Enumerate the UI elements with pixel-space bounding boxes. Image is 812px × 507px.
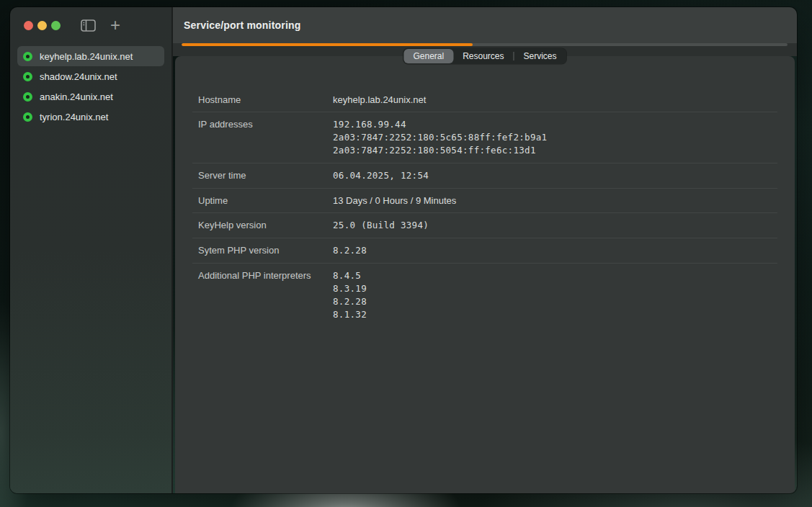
- content-header: Service/port monitoring: [173, 7, 797, 43]
- progress-fill: [182, 43, 473, 46]
- row-uptime: Uptime 13 Days / 0 Hours / 9 Minutes: [192, 189, 777, 213]
- server-label: shadow.24unix.net: [40, 71, 117, 82]
- sidebar-item-anakin[interactable]: anakin.24unix.net: [17, 86, 164, 107]
- status-dot: [23, 92, 32, 102]
- row-label: KeyHelp version: [198, 219, 333, 232]
- sidebar: + keyhelp.lab.24unix.net shadow.24unix.n…: [10, 7, 173, 493]
- row-label: Uptime: [198, 194, 333, 207]
- info-table: Hostname keyhelp.lab.24unix.net IP addre…: [175, 56, 795, 327]
- row-value: 192.168.99.44 2a03:7847:2252:180:5c65:88…: [333, 118, 547, 157]
- sidebar-item-tyrion[interactable]: tyrion.24unix.net: [17, 107, 164, 127]
- row-server-time: Server time 06.04.2025, 12:54: [192, 163, 777, 189]
- close-traffic-light[interactable]: [24, 21, 33, 30]
- row-system-php-version: Sytem PHP version 8.2.28: [192, 238, 777, 264]
- zoom-traffic-light[interactable]: [51, 21, 61, 30]
- progress-track: [182, 43, 788, 46]
- server-label: anakin.24unix.net: [40, 91, 113, 102]
- page-title: Service/port monitoring: [184, 19, 301, 31]
- add-server-icon[interactable]: +: [110, 17, 120, 34]
- sidebar-titlebar: +: [10, 7, 171, 43]
- tab-resources[interactable]: Resources: [453, 49, 513, 63]
- row-label: Server time: [198, 169, 333, 182]
- row-label: Hostname: [198, 94, 333, 106]
- minimize-traffic-light[interactable]: [37, 21, 47, 30]
- row-keyhelp-version: KeyHelp version 25.0 (Build 3394): [192, 213, 777, 238]
- tab-general[interactable]: General: [403, 49, 453, 63]
- server-label: tyrion.24unix.net: [40, 112, 108, 122]
- row-value: 25.0 (Build 3394): [333, 219, 429, 232]
- row-ip-addresses: IP addresses 192.168.99.44 2a03:7847:225…: [192, 112, 777, 163]
- status-dot: [23, 52, 32, 61]
- server-list: keyhelp.lab.24unix.net shadow.24unix.net…: [10, 43, 171, 130]
- row-label: Additional PHP interpreters: [198, 269, 333, 321]
- row-additional-php-interpreters: Additional PHP interpreters 8.4.5 8.3.19…: [192, 264, 777, 327]
- row-value: 13 Days / 0 Hours / 9 Minutes: [333, 194, 456, 207]
- server-label: keyhelp.lab.24unix.net: [40, 51, 133, 62]
- sidebar-item-keyhelp[interactable]: keyhelp.lab.24unix.net: [17, 46, 164, 66]
- row-value: 8.4.5 8.3.19 8.2.28 8.1.32: [333, 269, 367, 321]
- row-value: keyhelp.lab.24unix.net: [333, 94, 426, 106]
- app-window: + keyhelp.lab.24unix.net shadow.24unix.n…: [10, 7, 797, 493]
- row-value: 06.04.2025, 12:54: [333, 169, 429, 182]
- row-label: IP addresses: [198, 118, 333, 157]
- row-hostname: Hostname keyhelp.lab.24unix.net: [192, 88, 777, 112]
- sidebar-item-shadow[interactable]: shadow.24unix.net: [17, 66, 164, 86]
- general-panel: Hostname keyhelp.lab.24unix.net IP addre…: [175, 56, 795, 493]
- tab-bar: General Resources Services: [403, 48, 566, 64]
- tab-services[interactable]: Services: [514, 49, 566, 63]
- status-dot: [23, 72, 32, 81]
- row-label: Sytem PHP version: [198, 244, 333, 257]
- main-content: Service/port monitoring General Resource…: [173, 7, 797, 493]
- sidebar-toggle-icon[interactable]: [81, 19, 96, 32]
- row-value: 8.2.28: [333, 244, 367, 257]
- status-dot: [23, 112, 32, 122]
